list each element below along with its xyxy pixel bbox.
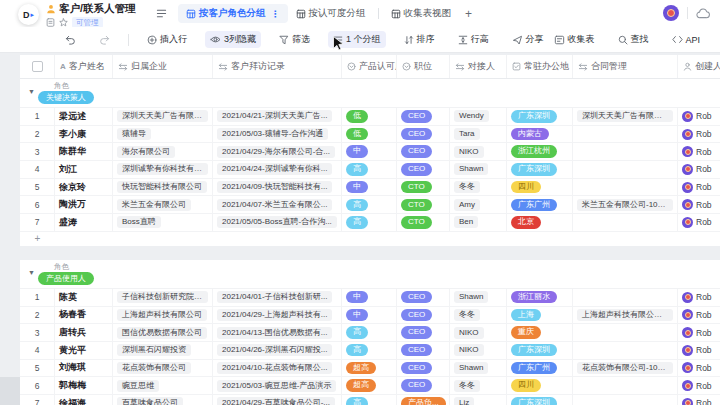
cell-company[interactable]: 快玩智能科技有限公司 <box>113 179 213 196</box>
office-pill[interactable]: 广东深圳 <box>511 110 557 123</box>
office-pill[interactable]: 广东广州 <box>511 199 557 212</box>
cell-company[interactable]: 深圳黑石闪耀投资 <box>113 342 213 359</box>
cell-creator[interactable]: Rob <box>678 179 720 196</box>
cell-approval[interactable]: 超高 <box>342 360 397 377</box>
approval-pill[interactable]: 中 <box>346 309 368 322</box>
job-title-pill[interactable]: CTO <box>401 216 432 229</box>
company-chip[interactable]: 豌豆思维 <box>117 380 159 392</box>
cell-contract[interactable]: 花点装饰有限公司-100人版... <box>573 360 678 377</box>
cell-contract[interactable] <box>573 377 678 394</box>
contact-chip[interactable]: Tara <box>454 128 480 140</box>
job-title-pill[interactable]: CEO <box>401 344 432 357</box>
table-row[interactable]: 4刘江深圳诚挚有你科技有限公...2021/04/24-深圳诚挚有你科...高C… <box>20 161 720 179</box>
contact-chip[interactable]: NIKO <box>454 327 484 339</box>
cell-contact[interactable]: Liz <box>450 395 507 405</box>
cell-name[interactable]: 刘海琪 <box>55 360 113 377</box>
cell-contact[interactable]: Wendy <box>450 108 507 125</box>
office-pill[interactable]: 内蒙古 <box>511 128 549 141</box>
cell-approval[interactable]: 中 <box>342 179 397 196</box>
visit-record-chip[interactable]: 2021/05/03-猿辅导-合作沟通 <box>217 128 328 140</box>
cell-office[interactable]: 广东深圳 <box>507 395 573 405</box>
cell-contract[interactable] <box>573 126 678 143</box>
toolbar-right-查找[interactable]: 查找 <box>613 31 654 48</box>
cell-contract[interactable] <box>573 289 678 306</box>
toolbar-left-行高[interactable]: 行高 <box>453 31 494 48</box>
contract-chip[interactable]: 花点装饰有限公司-100人版... <box>577 362 673 374</box>
cell-job-title[interactable]: CEO <box>397 360 450 377</box>
visit-record-chip[interactable]: 2021/04/29-百草味食品公司-... <box>217 397 335 405</box>
cell-approval[interactable]: 低 <box>342 108 397 125</box>
approval-pill[interactable]: 高 <box>346 326 368 339</box>
table-row[interactable]: 3陈群华海尔有限公司2021/04/29-海尔有限公司-合...中CEONIKO… <box>20 143 720 161</box>
cell-name[interactable]: 李小康 <box>55 126 113 143</box>
company-chip[interactable]: 米兰五金有限公司 <box>117 199 191 211</box>
cell-contract[interactable] <box>573 395 678 405</box>
cell-contact[interactable]: NIKO <box>450 324 507 341</box>
cell-company[interactable]: 国信优易数据有限公司 <box>113 324 213 341</box>
cell-approval[interactable]: 高 <box>342 324 397 341</box>
cell-creator[interactable]: Rob <box>678 395 720 405</box>
cell-office[interactable]: 广东广州 <box>507 196 573 213</box>
company-chip[interactable]: 海尔有限公司 <box>117 146 175 158</box>
cell-contact[interactable]: NIKO <box>450 143 507 160</box>
cell-approval[interactable]: 高 <box>342 214 397 231</box>
contact-chip[interactable]: 冬冬 <box>454 181 480 193</box>
cell-job-title[interactable]: CEO <box>397 161 450 178</box>
column-header-7[interactable]: 常驻办公地 <box>507 55 573 78</box>
add-row-button[interactable]: + <box>20 232 720 246</box>
table-row[interactable]: 3唐转兵国信优易数据有限公司2021/04/13-国信优易数据有...高CEON… <box>20 324 720 342</box>
cell-office[interactable]: 广东广州 <box>507 360 573 377</box>
cell-name[interactable]: 陶洪万 <box>55 196 113 213</box>
toolbar-left-3列隐藏[interactable]: 3列隐藏 <box>205 31 261 48</box>
toolbar-left-排序[interactable]: 排序 <box>399 31 440 48</box>
contact-chip[interactable]: Shawn <box>454 362 488 374</box>
job-title-pill[interactable]: CEO <box>401 128 432 141</box>
contact-chip[interactable]: Liz <box>454 397 474 405</box>
cell-visit-record[interactable]: 2021/05/03-猿辅导-合作沟通 <box>213 126 342 143</box>
contract-chip[interactable]: 上海超声科技有限公司-30... <box>577 309 673 321</box>
contact-chip[interactable]: Amy <box>454 199 480 211</box>
cell-visit-record[interactable]: 2021/04/21-深圳天天美广告... <box>213 108 342 125</box>
toolbar-left-筛选[interactable]: 筛选 <box>274 31 315 48</box>
cell-approval[interactable]: 高 <box>342 395 397 405</box>
toolbar-right-收集表[interactable]: 收集表 <box>549 31 600 48</box>
cell-visit-record[interactable]: 2021/04/07-米兰五金有限公... <box>213 196 342 213</box>
cell-job-title[interactable]: CEO <box>397 126 450 143</box>
cell-job-title[interactable]: CEO <box>397 307 450 324</box>
cell-office[interactable]: 四川 <box>507 377 573 394</box>
column-header-3[interactable]: 客户拜访记录 <box>213 55 342 78</box>
office-pill[interactable]: 广东深圳 <box>511 163 557 176</box>
company-chip[interactable]: 深圳黑石闪耀投资 <box>117 344 191 356</box>
approval-pill[interactable]: 高 <box>346 216 368 229</box>
cell-contract[interactable] <box>573 324 678 341</box>
cell-company[interactable]: 子信科技创新研究院有限... <box>113 289 213 306</box>
cell-company[interactable]: 深圳天天美广告有限公司 <box>113 108 213 125</box>
cell-contact[interactable]: 冬冬 <box>450 307 507 324</box>
table-row[interactable]: 2李小康猿辅导2021/05/03-猿辅导-合作沟通低CEOTara内蒙古Rob <box>20 126 720 144</box>
cell-job-title[interactable]: CEO <box>397 324 450 341</box>
column-header-1[interactable]: A客户姓名 <box>55 55 113 78</box>
cell-job-title[interactable]: CTO <box>397 214 450 231</box>
cell-office[interactable]: 上海 <box>507 307 573 324</box>
cell-job-title[interactable]: CEO <box>397 289 450 306</box>
job-title-pill[interactable]: CTO <box>401 199 432 212</box>
table-row[interactable]: 6陶洪万米兰五金有限公司2021/04/07-米兰五金有限公...高CTOAmy… <box>20 196 720 214</box>
company-chip[interactable]: 深圳天天美广告有限公司 <box>117 110 208 122</box>
cell-job-title[interactable]: CEO <box>397 377 450 394</box>
approval-pill[interactable]: 中 <box>346 181 368 194</box>
job-title-pill[interactable]: CEO <box>401 291 432 304</box>
cell-creator[interactable]: Rob <box>678 377 720 394</box>
job-title-pill[interactable]: CEO <box>401 379 432 392</box>
approval-pill[interactable]: 中 <box>346 291 368 304</box>
approval-pill[interactable]: 低 <box>346 128 368 141</box>
cell-company[interactable]: 花点装饰有限公司 <box>113 360 213 377</box>
cell-visit-record[interactable]: 2021/05/05-Boss直聘-合作沟... <box>213 214 342 231</box>
left-scroll-strip[interactable] <box>0 377 20 405</box>
star-icon[interactable] <box>59 18 68 27</box>
cell-name[interactable]: 盛涛 <box>55 214 113 231</box>
view-tab-3[interactable]: 收集表视图 <box>383 4 460 23</box>
cell-job-title[interactable]: 产品负... <box>397 395 450 405</box>
view-tab-2[interactable]: 按认可度分组 <box>288 4 374 23</box>
cell-visit-record[interactable]: 2021/05/03-豌豆思维-产品演示 <box>213 377 342 394</box>
cell-approval[interactable]: 高 <box>342 161 397 178</box>
